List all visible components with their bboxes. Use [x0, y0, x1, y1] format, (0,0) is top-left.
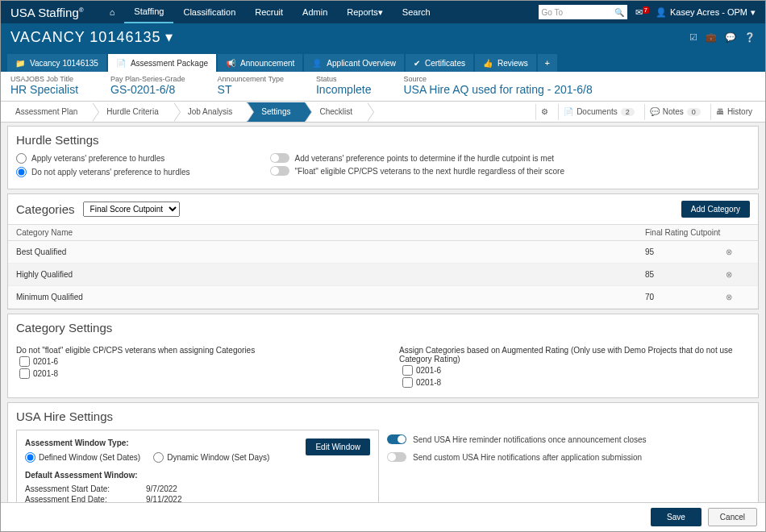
delete-category-icon[interactable]: ⊗: [726, 270, 750, 279]
goto-input[interactable]: Go To🔍: [539, 5, 627, 19]
category-cutpoint: 85: [645, 270, 726, 279]
categories-title: Categories: [16, 202, 75, 216]
radio-apply-vets[interactable]: Apply veterans' preference to hurdles: [16, 153, 189, 164]
window-type-label: Assessment Window Type:: [25, 438, 306, 447]
vacancy-header: VACANCY 10146135 ▾ ☑ 💼 💬 ❔: [1, 23, 765, 51]
cancel-button[interactable]: Cancel: [708, 508, 757, 526]
subtab-settings[interactable]: Settings: [247, 102, 305, 122]
tab-reviews[interactable]: 👍 Reviews: [475, 54, 536, 72]
tab-certificates[interactable]: ✔ Certificates: [406, 54, 473, 72]
save-button[interactable]: Save: [651, 508, 701, 526]
check-0201-8-left[interactable]: 0201-8: [19, 368, 367, 379]
category-settings-panel: Category Settings Do not "float" eligibl…: [7, 314, 759, 398]
delete-category-icon[interactable]: ⊗: [726, 247, 750, 256]
usahire-panel: USA Hire Settings Assessment Window Type…: [7, 402, 759, 502]
status-label: Status: [316, 75, 371, 83]
category-row: Best Qualified95⊗: [8, 241, 758, 264]
help-icon[interactable]: ❔: [744, 32, 756, 43]
tab-applicant-overview[interactable]: 👤 Applicant Overview: [304, 54, 404, 72]
hurdle-title: Hurdle Settings: [8, 127, 758, 153]
check-0201-6-right[interactable]: 0201-6: [402, 365, 750, 376]
category-cutpoint: 70: [645, 293, 726, 301]
check-0201-6-left[interactable]: 0201-6: [19, 356, 367, 367]
toggle-add-points[interactable]: Add veterans' preference points to deter…: [270, 153, 564, 163]
toggle-float-vets[interactable]: "Float" eligible CP/CPS veterans to the …: [270, 166, 564, 176]
end-date: 9/11/2022: [146, 495, 182, 502]
status-value: Incomplete: [316, 83, 371, 96]
pay-value: GS-0201-6/8: [110, 83, 185, 96]
top-nav: USA Staffing® ⌂ Staffing Classification …: [1, 1, 765, 23]
col-header-name: Category Name: [16, 228, 645, 237]
documents-link[interactable]: 📄 Documents 2: [558, 104, 639, 120]
toggle-reminder[interactable]: Send USA Hire reminder notifications onc…: [387, 434, 750, 444]
add-category-button[interactable]: Add Category: [681, 201, 750, 218]
end-date-label: Assessment End Date:: [25, 495, 130, 502]
category-name: Highly Qualified: [16, 270, 645, 279]
col-header-cutpoint: Final Rating Cutpoint: [645, 228, 726, 237]
user-menu[interactable]: 👤 Kasey Acres - OPM ▾: [656, 7, 756, 18]
nav-recruit[interactable]: Recruit: [245, 1, 293, 23]
radio-not-apply-vets[interactable]: Do not apply veterans' preference to hur…: [16, 167, 189, 177]
nav-search[interactable]: Search: [393, 1, 440, 23]
check-0201-8-right[interactable]: 0201-8: [402, 377, 750, 388]
edit-window-button[interactable]: Edit Window: [306, 438, 370, 455]
nav-admin[interactable]: Admin: [293, 1, 337, 23]
default-window-label: Default Assessment Window:: [25, 471, 306, 480]
chat-icon[interactable]: 💬: [725, 32, 736, 43]
nav-staffing[interactable]: Staffing: [124, 1, 173, 23]
gear-icon[interactable]: ⚙: [535, 104, 553, 120]
briefcase-icon[interactable]: 💼: [706, 32, 717, 43]
ann-label: Announcement Type: [218, 75, 284, 83]
pay-label: Pay Plan-Series-Grade: [110, 75, 185, 83]
category-name: Best Qualified: [16, 247, 645, 256]
toggle-custom-notif[interactable]: Send custom USA Hire notifications after…: [387, 452, 750, 462]
notes-link[interactable]: 💬 Notes 0: [644, 104, 706, 120]
start-date: 9/7/2022: [146, 484, 177, 493]
ann-value: ST: [218, 83, 284, 96]
check-icon[interactable]: ☑: [689, 32, 697, 43]
main-tabs: 📁 Vacancy 10146135 📄 Assessment Package …: [1, 51, 765, 72]
mail-icon[interactable]: ✉7: [635, 7, 649, 18]
nav-reports[interactable]: Reports ▾: [337, 1, 393, 23]
vacancy-title[interactable]: VACANCY 10146135 ▾: [10, 28, 173, 46]
catset-title: Category Settings: [8, 314, 758, 341]
subtab-hurdle-criteria[interactable]: Hurdle Criteria: [92, 102, 173, 122]
cutpoint-select[interactable]: Final Score Cutpoint: [83, 202, 180, 217]
category-row: Minimum Qualified70⊗: [8, 286, 758, 309]
delete-category-icon[interactable]: ⊗: [726, 293, 750, 301]
categories-panel: Categories Final Score Cutpoint Add Cate…: [7, 193, 759, 310]
home-icon[interactable]: ⌂: [100, 1, 125, 23]
tab-announcement[interactable]: 📢 Announcement: [218, 54, 302, 72]
history-link[interactable]: 🖶 History: [710, 104, 757, 120]
info-bar: USAJOBS Job TitleHR Specialist Pay Plan-…: [1, 72, 765, 102]
hurdle-settings-panel: Hurdle Settings Apply veterans' preferen…: [7, 126, 759, 189]
radio-defined-window[interactable]: Defined Window (Set Dates): [25, 452, 140, 463]
category-row: Highly Qualified85⊗: [8, 264, 758, 286]
usahire-title: USA Hire Settings: [8, 403, 758, 430]
catset-right-label: Assign Categories based on Augmented Rat…: [399, 346, 750, 364]
category-cutpoint: 95: [645, 247, 726, 256]
category-name: Minimum Qualified: [16, 293, 645, 301]
source-value: USA Hire AQ used for rating - 201-6/8: [403, 83, 592, 96]
source-label: Source: [403, 75, 592, 83]
subtab-assessment-plan[interactable]: Assessment Plan: [1, 102, 92, 122]
tab-assessment-package[interactable]: 📄 Assessment Package: [108, 54, 216, 72]
tab-vacancy[interactable]: 📁 Vacancy 10146135: [7, 54, 106, 72]
radio-dynamic-window[interactable]: Dynamic Window (Set Days): [153, 452, 269, 463]
job-title-label: USAJOBS Job Title: [10, 75, 78, 83]
brand: USA Staffing®: [10, 6, 84, 19]
job-title: HR Specialist: [10, 83, 78, 96]
tab-add[interactable]: +: [538, 54, 557, 72]
content-area: Hurdle Settings Apply veterans' preferen…: [1, 123, 765, 502]
footer: Save Cancel: [1, 502, 765, 531]
subtab-checklist[interactable]: Checklist: [305, 102, 367, 122]
sub-tabs: Assessment Plan Hurdle Criteria Job Anal…: [1, 102, 765, 123]
subtab-job-analysis[interactable]: Job Analysis: [173, 102, 248, 122]
nav-classification[interactable]: Classification: [173, 1, 245, 23]
catset-left-label: Do not "float" eligible CP/CPS veterans …: [16, 346, 367, 355]
start-date-label: Assessment Start Date:: [25, 484, 130, 493]
